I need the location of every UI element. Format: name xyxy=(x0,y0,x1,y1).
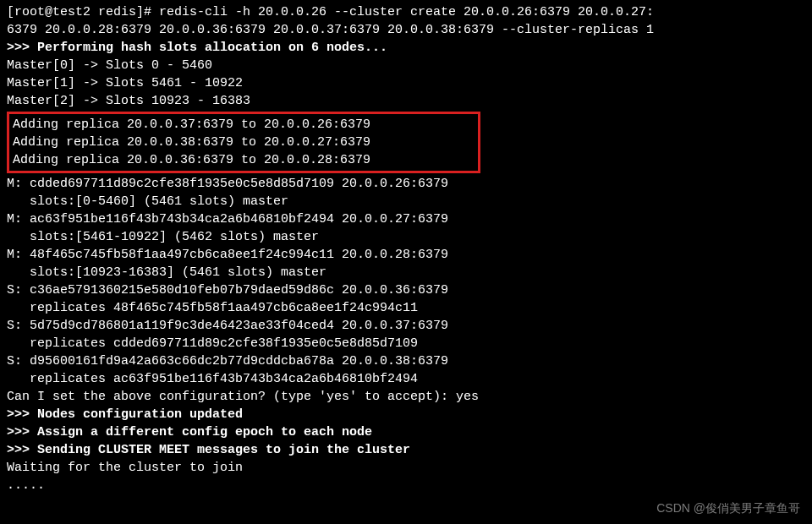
terminal-master1: Master[1] -> Slots 5461 - 10922 xyxy=(7,74,805,92)
terminal-m1-slots: slots:[0-5460] (5461 slots) master xyxy=(7,193,805,210)
terminal-confirm-prompt[interactable]: Can I set the above configuration? (type… xyxy=(7,388,805,406)
terminal-sending: >>> Sending CLUSTER MEET messages to joi… xyxy=(7,441,805,459)
terminal-command-continuation: 6379 20.0.0.28:6379 20.0.0.36:6379 20.0.… xyxy=(7,21,805,39)
terminal-m1: M: cdded697711d89c2cfe38f1935e0c5e8d85d7… xyxy=(7,175,805,193)
terminal-dots: ..... xyxy=(7,477,805,494)
terminal-replica1: Adding replica 20.0.0.37:6379 to 20.0.0.… xyxy=(13,116,475,134)
terminal-assign: >>> Assign a different config epoch to e… xyxy=(7,423,805,441)
terminal-s1-rep: replicates 48f465c745fb58f1aa497cb6ca8ee… xyxy=(7,299,805,317)
terminal-m2-slots: slots:[5461-10922] (5462 slots) master xyxy=(7,228,805,246)
terminal-replica3: Adding replica 20.0.0.36:6379 to 20.0.0.… xyxy=(13,151,475,169)
terminal-s3-rep: replicates ac63f951be116f43b743b34ca2a6b… xyxy=(7,370,805,388)
terminal-master2: Master[2] -> Slots 10923 - 16383 xyxy=(7,92,805,110)
terminal-s2-rep: replicates cdded697711d89c2cfe38f1935e0c… xyxy=(7,335,805,352)
replica-highlight-box: Adding replica 20.0.0.37:6379 to 20.0.0.… xyxy=(7,112,480,173)
terminal-master0: Master[0] -> Slots 0 - 5460 xyxy=(7,57,805,74)
terminal-s3: S: d95600161fd9a42a663c66dc2b77d9cddcba6… xyxy=(7,352,805,370)
terminal-command-line: [root@test2 redis]# redis-cli -h 20.0.0.… xyxy=(7,3,805,21)
csdn-watermark: CSDN @俊俏美男子章鱼哥 xyxy=(656,500,800,517)
terminal-waiting: Waiting for the cluster to join xyxy=(7,459,805,477)
terminal-m3-slots: slots:[10923-16383] (5461 slots) master xyxy=(7,264,805,281)
terminal-s1: S: c36ae5791360215e580d10feb07b79daed59d… xyxy=(7,281,805,299)
terminal-replica2: Adding replica 20.0.0.38:6379 to 20.0.0.… xyxy=(13,134,475,151)
terminal-performing-header: >>> Performing hash slots allocation on … xyxy=(7,39,805,57)
terminal-s2: S: 5d75d9cd786801a119f9c3de46423ae33f04c… xyxy=(7,317,805,335)
terminal-m2: M: ac63f951be116f43b743b34ca2a6b46810bf2… xyxy=(7,210,805,228)
terminal-m3: M: 48f465c745fb58f1aa497cb6ca8ee1f24c994… xyxy=(7,246,805,264)
terminal-updated: >>> Nodes configuration updated xyxy=(7,406,805,423)
